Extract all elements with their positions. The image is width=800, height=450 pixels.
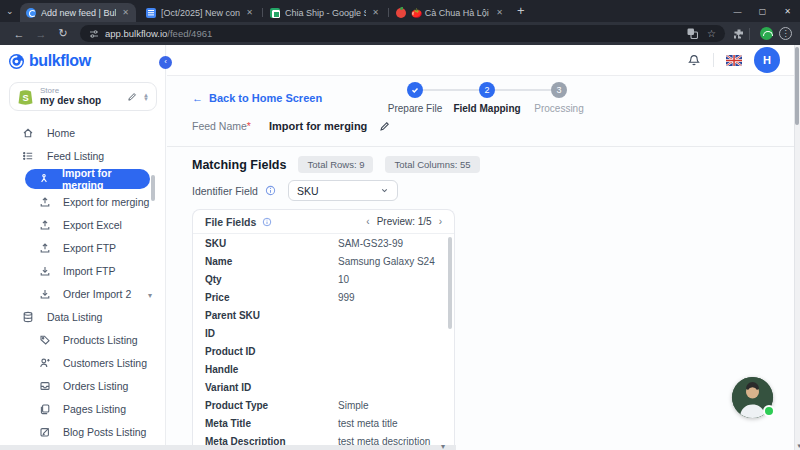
tab-separator: [388, 8, 389, 17]
step-3-label: Processing: [523, 103, 595, 114]
sidebar-item-label: Home: [47, 127, 75, 139]
sidebar: bulkflow S Store my dev shop ▲▼ Home Fee…: [0, 45, 166, 450]
file-fields-table: File Fields ‹ Preview: 1/5 › SKUSAM-GS23…: [192, 209, 455, 449]
identifier-field-row: Identifier Field SKU: [192, 180, 398, 201]
bookmark-star-icon[interactable]: ☆: [707, 29, 716, 39]
tab-search-icon[interactable]: ⌄: [6, 6, 14, 16]
edit-feed-name-pencil-icon[interactable]: [379, 121, 390, 132]
tab-close-icon[interactable]: ✕: [495, 8, 504, 17]
sidebar-item-blog-posts-listing[interactable]: Blog Posts Listing: [0, 420, 166, 443]
list-icon: [22, 150, 34, 162]
tab-sheets[interactable]: Chia Ship - Google Sheets ✕: [264, 3, 386, 22]
sidebar-item-label: Order Import 2: [63, 288, 131, 300]
sidebar-item-export-excel[interactable]: Export Excel: [0, 213, 166, 236]
extensions-puzzle-icon[interactable]: [733, 28, 745, 40]
new-tab-button[interactable]: +: [517, 4, 525, 18]
tab-bulkflow[interactable]: Add new feed | Bulkflow ✕: [20, 3, 136, 22]
tab-close-icon[interactable]: ✕: [245, 8, 254, 17]
back-arrow-icon: ←: [192, 92, 203, 104]
sidebar-item-order-import-2[interactable]: Order Import 2: [0, 282, 166, 305]
bulkflow-app: bulkflow S Store my dev shop ▲▼ Home Fee…: [0, 45, 800, 450]
sidebar-item-label: Import for merging: [62, 167, 150, 191]
sidebar-item-label: Blog Posts Listing: [63, 426, 146, 438]
sidebar-item-export-ftp[interactable]: Export FTP: [0, 236, 166, 259]
table-row: Product ID: [193, 342, 454, 360]
sidebar-item-feed-listing[interactable]: Feed Listing: [0, 144, 166, 167]
reload-icon[interactable]: ↻: [52, 27, 74, 40]
sidebar-item-label: Export for merging: [63, 196, 149, 208]
back-nav-icon[interactable]: ←: [8, 28, 30, 40]
stepper-labels: Prepare File Field Mapping Processing: [379, 103, 595, 114]
horizontal-scroll-arrow-icon[interactable]: ▾: [441, 444, 445, 450]
sidebar-item-import-ftp[interactable]: Import FTP: [0, 259, 166, 282]
tab-strip: ⌄ Add new feed | Bulkflow ✕ [Oct/2025] N…: [0, 0, 800, 22]
store-selector[interactable]: S Store my dev shop ▲▼: [9, 82, 157, 111]
info-icon[interactable]: [262, 217, 272, 227]
sidebar-item-customers-listing[interactable]: Customers Listing: [0, 351, 166, 374]
main-area: H ← Back to Home Screen 2 3 Prepare File…: [167, 45, 800, 450]
minimize-button[interactable]: —: [725, 0, 750, 22]
browser-menu-icon[interactable]: ⋮: [779, 27, 792, 40]
feed-name-value: Import for merging: [269, 120, 367, 132]
close-button[interactable]: ✕: [775, 0, 800, 22]
sidebar-item-label: Customers Listing: [63, 357, 147, 369]
table-row: Parent SKU: [193, 306, 454, 324]
sidebar-scroll-down-icon[interactable]: ▾: [148, 291, 152, 300]
store-dropdown-selector-icon[interactable]: ▲▼: [143, 93, 149, 101]
forward-nav-icon[interactable]: →: [30, 28, 52, 40]
topbar-separator: [713, 53, 714, 67]
sidebar-item-products-listing[interactable]: Products Listing: [0, 328, 166, 351]
step-3-circle: 3: [551, 82, 567, 98]
site-info-icon[interactable]: [89, 29, 99, 39]
bulkflow-favicon-icon: [26, 8, 36, 18]
sidebar-item-export-for-merging[interactable]: Export for merging: [0, 190, 166, 213]
sidebar-item-data-listing[interactable]: Data Listing: [0, 305, 166, 328]
horizontal-scrollbar-track[interactable]: [0, 445, 456, 450]
sidebar-item-orders-listing[interactable]: Orders Listing: [0, 374, 166, 397]
user-avatar[interactable]: H: [754, 47, 780, 73]
preview-prev-icon[interactable]: ‹: [366, 216, 369, 227]
extension-icon[interactable]: [760, 27, 773, 40]
table-scrollbar-thumb[interactable]: [448, 237, 452, 329]
tab-close-icon[interactable]: ✕: [371, 8, 380, 17]
identifier-field-select[interactable]: SKU: [288, 180, 398, 201]
table-row: NameSamsung Galaxy S24: [193, 252, 454, 270]
messenger-favicon-icon: [396, 8, 406, 18]
logo-wordmark: bulkflow: [29, 52, 91, 70]
feed-name-label: Feed Name: [192, 120, 247, 132]
sidebar-item-label: Pages Listing: [63, 403, 126, 415]
sidebar-nav: Home Feed Listing Import for merging Exp…: [0, 121, 166, 443]
sidebar-item-label: Import FTP: [63, 265, 116, 277]
page-scrollbar[interactable]: ▾: [794, 45, 800, 450]
table-row: ID: [193, 324, 454, 342]
sidebar-item-import-for-merging[interactable]: Import for merging: [25, 169, 150, 189]
back-to-home-link[interactable]: ← Back to Home Screen: [192, 92, 322, 104]
bulkflow-logo-icon: [9, 54, 24, 69]
sidebar-collapse-button[interactable]: ‹: [159, 56, 172, 69]
sidebar-scrollbar-thumb[interactable]: [151, 175, 155, 201]
bulkflow-logo[interactable]: bulkflow: [9, 52, 91, 70]
docs-favicon-icon: [146, 8, 156, 18]
tab-docs[interactable]: [Oct/2025] New content - Ha M ✕: [140, 3, 260, 22]
sidebar-item-pages-listing[interactable]: Pages Listing: [0, 397, 166, 420]
total-rows-badge: Total Rows: 9: [298, 156, 373, 173]
url-text: app.bulkflow.io/feed/4961: [105, 28, 212, 39]
table-title: File Fields: [205, 216, 256, 228]
sidebar-item-home[interactable]: Home: [0, 121, 166, 144]
maximize-button[interactable]: ▢: [750, 0, 775, 22]
notifications-bell-icon[interactable]: [687, 54, 701, 67]
uk-flag-icon[interactable]: [726, 55, 742, 66]
address-bar[interactable]: app.bulkflow.io/feed/4961 ☆: [80, 25, 725, 42]
step-1-label: Prepare File: [379, 103, 451, 114]
preview-next-icon[interactable]: ›: [439, 216, 442, 227]
window-controls: — ▢ ✕: [725, 0, 800, 22]
chevron-down-icon: [380, 186, 389, 195]
tab-close-icon[interactable]: ✕: [121, 8, 130, 17]
translate-icon[interactable]: [687, 28, 698, 39]
edit-store-pencil-icon[interactable]: [127, 92, 137, 102]
tab-title: [Oct/2025] New content - Ha M: [161, 8, 240, 18]
tab-messenger[interactable]: 🍅 Cà Chua Hà Lội 🍅 | Messen ✕: [390, 3, 510, 22]
store-name: my dev shop: [40, 95, 121, 107]
page-scrollbar-thumb[interactable]: [795, 47, 799, 125]
info-icon[interactable]: [265, 185, 276, 196]
